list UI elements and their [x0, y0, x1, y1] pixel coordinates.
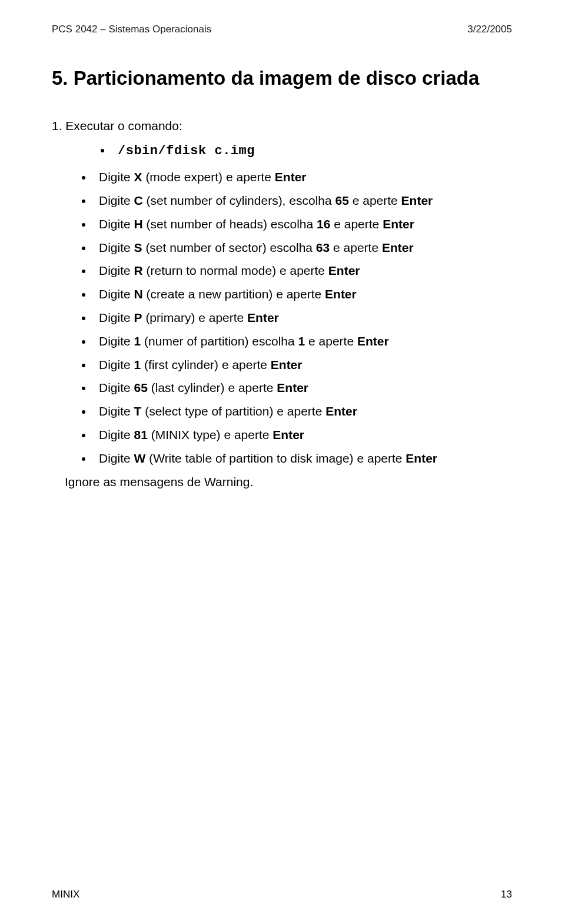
step-item: Digite 1 (first cylinder) e aperte Enter: [93, 354, 512, 376]
page: PCS 2042 – Sistemas Operacionais 3/22/20…: [0, 0, 565, 924]
header-right: 3/22/2005: [467, 24, 512, 35]
step-item: Digite X (mode expert) e aperte Enter: [93, 166, 512, 188]
lead-line: 1. Executar o comando:: [52, 117, 512, 135]
step-item: Digite 1 (numer of partition) escolha 1 …: [93, 330, 512, 353]
footer-left: MINIX: [52, 889, 79, 900]
command-item: /sbin/fdisk c.img: [112, 139, 512, 163]
step-item: Digite W (Write table of partition to di…: [93, 447, 512, 470]
steps-list: Digite X (mode expert) e aperte Enter Di…: [65, 166, 512, 469]
section-title: 5. Particionamento da imagem de disco cr…: [52, 66, 512, 90]
step-item: Digite R (return to normal mode) e apert…: [93, 260, 512, 282]
footer-right: 13: [501, 889, 512, 900]
step-item: Digite S (set number of sector) escolha …: [93, 237, 512, 259]
warning-note: Ignore as mensagens de Warning.: [65, 472, 512, 492]
running-footer: MINIX 13: [52, 889, 512, 900]
step-item: Digite T (select type of partition) e ap…: [93, 400, 512, 423]
step-item: Digite H (set number of heads) escolha 1…: [93, 213, 512, 235]
step-item: Digite P (primary) e aperte Enter: [93, 307, 512, 329]
header-left: PCS 2042 – Sistemas Operacionais: [52, 24, 211, 35]
step-item: Digite 81 (MINIX type) e aperte Enter: [93, 424, 512, 446]
step-item: Digite N (create a new partition) e aper…: [93, 283, 512, 305]
command-block: /sbin/fdisk c.img: [84, 139, 512, 163]
command-list: /sbin/fdisk c.img: [84, 139, 512, 163]
step-item: Digite C (set number of cylinders), esco…: [93, 190, 512, 212]
running-header: PCS 2042 – Sistemas Operacionais 3/22/20…: [52, 24, 512, 35]
step-item: Digite 65 (last cylinder) e aperte Enter: [93, 377, 512, 399]
